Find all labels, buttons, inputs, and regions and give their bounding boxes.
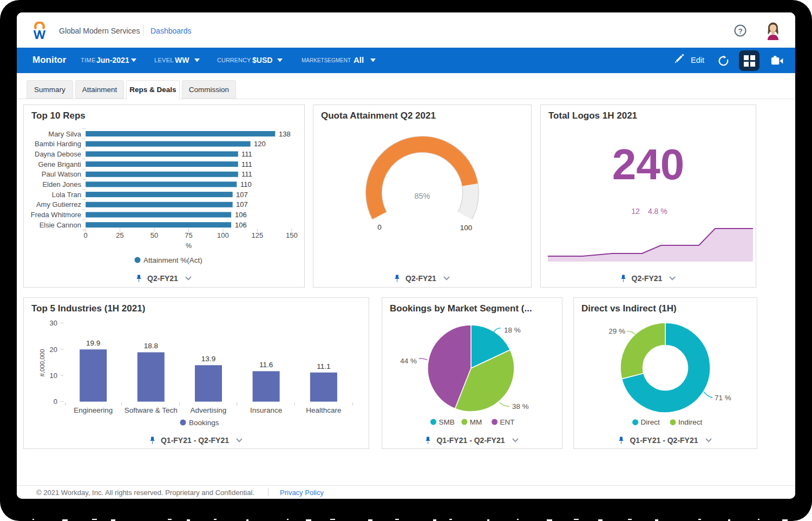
svg-text:Gene Briganti: Gene Briganti (38, 160, 82, 168)
svg-text:Paul Watson: Paul Watson (42, 170, 81, 178)
svg-text:38 %: 38 % (512, 402, 529, 411)
svg-text:Healthcare: Healthcare (306, 406, 341, 414)
svg-text:111: 111 (241, 160, 252, 168)
svg-text:?: ? (738, 27, 742, 35)
svg-text:100: 100 (217, 231, 229, 239)
svg-text:Lola Tran: Lola Tran (52, 191, 81, 199)
svg-text:125: 125 (252, 231, 264, 239)
svg-text:0: 0 (84, 231, 88, 239)
svg-text:50: 50 (150, 231, 158, 239)
svg-text:#,000,000: #,000,000 (39, 349, 45, 376)
svg-text:Mary Silva: Mary Silva (48, 130, 81, 138)
svg-text:120: 120 (254, 140, 266, 148)
svg-text:Direct: Direct (641, 418, 660, 426)
svg-text:100: 100 (460, 224, 473, 232)
svg-text:0: 0 (54, 398, 57, 406)
svg-text:107: 107 (236, 200, 248, 209)
svg-text:Attainment %(Act): Attainment %(Act) (143, 256, 202, 264)
svg-text:30: 30 (50, 319, 57, 327)
svg-text:Freda Whitmore: Freda Whitmore (31, 211, 81, 219)
svg-text:107: 107 (236, 191, 248, 199)
svg-text:25: 25 (116, 231, 123, 239)
svg-text:111: 111 (241, 170, 252, 178)
svg-text:Elden Jones: Elden Jones (42, 180, 81, 188)
svg-text:10: 10 (50, 372, 57, 380)
svg-text:29 %: 29 % (608, 327, 625, 335)
svg-text:150: 150 (286, 231, 298, 239)
svg-text:Insurance: Insurance (250, 406, 282, 414)
svg-text:71 %: 71 % (715, 394, 731, 402)
svg-text:Bambi Harding: Bambi Harding (35, 140, 81, 148)
svg-text:Amy Gutierrez: Amy Gutierrez (36, 200, 81, 209)
svg-text:13.9: 13.9 (201, 355, 215, 363)
svg-text:44 %: 44 % (400, 357, 417, 365)
svg-text:85%: 85% (414, 192, 430, 200)
svg-text:MM: MM (470, 418, 482, 426)
svg-text:Advertising: Advertising (191, 406, 227, 414)
svg-text:11.1: 11.1 (317, 362, 330, 370)
svg-text:75: 75 (185, 231, 192, 239)
svg-text:11.6: 11.6 (259, 361, 273, 369)
svg-text:%: % (186, 242, 192, 250)
svg-text:18.8: 18.8 (144, 342, 158, 350)
svg-text:Indirect: Indirect (678, 418, 703, 426)
svg-text:110: 110 (240, 180, 252, 188)
svg-text:Dayna Debose: Dayna Debose (35, 150, 81, 158)
svg-text:0: 0 (377, 223, 382, 231)
svg-text:SMB: SMB (439, 418, 455, 426)
svg-text:20: 20 (50, 346, 57, 354)
svg-text:Software & Tech: Software & Tech (125, 406, 178, 414)
svg-text:Bookings: Bookings (189, 419, 219, 427)
svg-text:Elsie Cannon: Elsie Cannon (40, 221, 81, 229)
svg-text:138: 138 (279, 130, 291, 138)
svg-text:18 %: 18 % (504, 326, 521, 334)
svg-text:Engineering: Engineering (74, 406, 113, 414)
svg-text:ENT: ENT (500, 418, 515, 426)
svg-text:19.9: 19.9 (86, 339, 100, 347)
svg-text:106: 106 (235, 221, 247, 229)
svg-text:106: 106 (235, 211, 247, 219)
svg-text:111: 111 (241, 150, 252, 158)
